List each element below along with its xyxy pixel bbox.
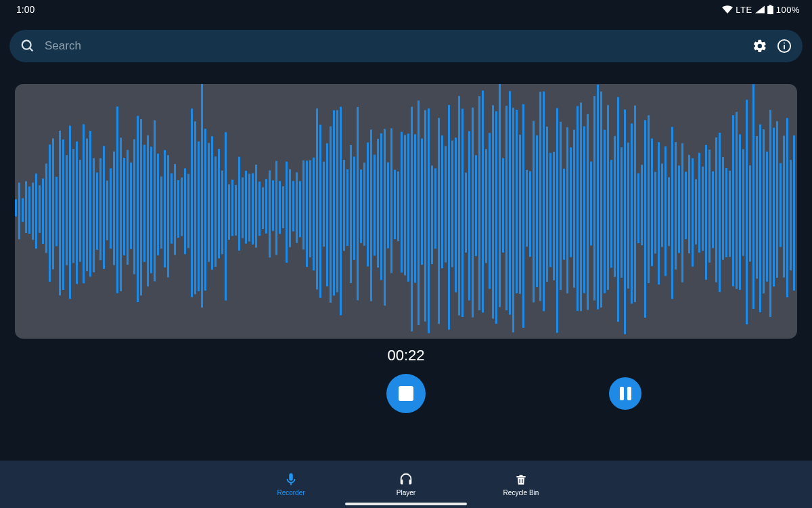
svg-line-3 bbox=[30, 48, 33, 51]
search-input[interactable] bbox=[45, 39, 743, 53]
search-bar[interactable] bbox=[9, 30, 803, 62]
stop-button[interactable] bbox=[386, 374, 426, 413]
home-indicator[interactable] bbox=[345, 503, 467, 505]
status-time: 1:00 bbox=[12, 4, 35, 15]
headphones-icon bbox=[399, 472, 413, 487]
microphone-icon bbox=[284, 472, 298, 487]
settings-icon[interactable] bbox=[752, 39, 767, 54]
status-icons: LTE 100% bbox=[722, 5, 800, 15]
nav-label: Recycle Bin bbox=[503, 489, 539, 496]
svg-rect-7 bbox=[520, 479, 520, 483]
battery-icon bbox=[767, 5, 773, 14]
nav-recorder[interactable]: Recorder bbox=[271, 472, 311, 496]
nav-player[interactable]: Player bbox=[386, 472, 426, 496]
waveform-canvas bbox=[15, 84, 797, 339]
trash-icon bbox=[514, 472, 528, 487]
recorder-controls bbox=[0, 374, 812, 428]
search-icon bbox=[20, 39, 35, 54]
status-bar: 1:00 LTE 100% bbox=[0, 0, 812, 19]
network-label: LTE bbox=[736, 5, 752, 15]
svg-rect-1 bbox=[769, 5, 772, 6]
wifi-icon bbox=[722, 5, 733, 14]
info-icon[interactable] bbox=[777, 39, 792, 54]
pause-button[interactable] bbox=[609, 377, 641, 410]
svg-rect-0 bbox=[767, 6, 773, 14]
bottom-nav: Recorder Player Recycle Bin bbox=[0, 461, 812, 508]
pause-icon bbox=[620, 387, 631, 400]
svg-point-2 bbox=[22, 41, 31, 49]
nav-recycle-bin[interactable]: Recycle Bin bbox=[501, 472, 541, 496]
svg-rect-8 bbox=[522, 479, 522, 483]
nav-label: Player bbox=[397, 489, 415, 496]
stop-icon bbox=[399, 386, 413, 401]
elapsed-time: 00:22 bbox=[0, 347, 812, 364]
svg-point-6 bbox=[784, 43, 785, 44]
battery-label: 100% bbox=[776, 5, 800, 15]
waveform-panel bbox=[15, 84, 797, 339]
nav-label: Recorder bbox=[277, 489, 304, 496]
signal-icon bbox=[755, 5, 765, 14]
